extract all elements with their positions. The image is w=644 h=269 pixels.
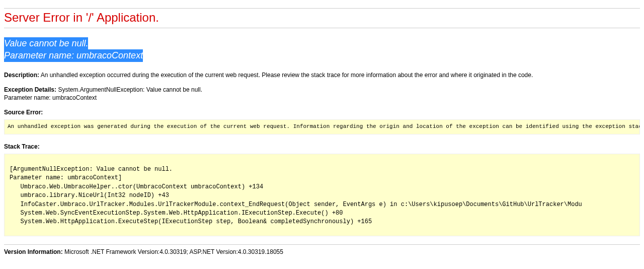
error-message-line2: Parameter name: umbracoContext: [4, 49, 143, 61]
exception-details-text2: Parameter name: umbracoContext: [4, 94, 640, 101]
exception-details-row: Exception Details: System.ArgumentNullEx…: [4, 86, 640, 101]
description-text: An unhandled exception occurred during t…: [41, 72, 533, 79]
title-divider: [4, 28, 640, 28]
page-title: Server Error in '/' Application.: [4, 8, 640, 25]
description-label: Description:: [4, 72, 39, 79]
source-error-box: An unhandled exception was generated dur…: [4, 119, 640, 134]
version-label: Version Information:: [4, 248, 63, 255]
exception-details-text: System.ArgumentNullException: Value cann…: [58, 86, 202, 93]
stack-trace-box: [ArgumentNullException: Value cannot be …: [4, 154, 640, 236]
description-row: Description: An unhandled exception occu…: [4, 71, 640, 79]
footer-divider: [4, 244, 640, 245]
version-row: Version Information: Microsoft .NET Fram…: [4, 248, 640, 256]
error-message-line1: Value cannot be null.: [4, 37, 88, 49]
exception-details-label: Exception Details:: [4, 86, 56, 93]
error-message-block: Value cannot be null. Parameter name: um…: [4, 37, 640, 62]
source-error-label: Source Error:: [4, 109, 43, 116]
version-text: Microsoft .NET Framework Version:4.0.303…: [64, 248, 283, 255]
stack-trace-label: Stack Trace:: [4, 143, 40, 150]
